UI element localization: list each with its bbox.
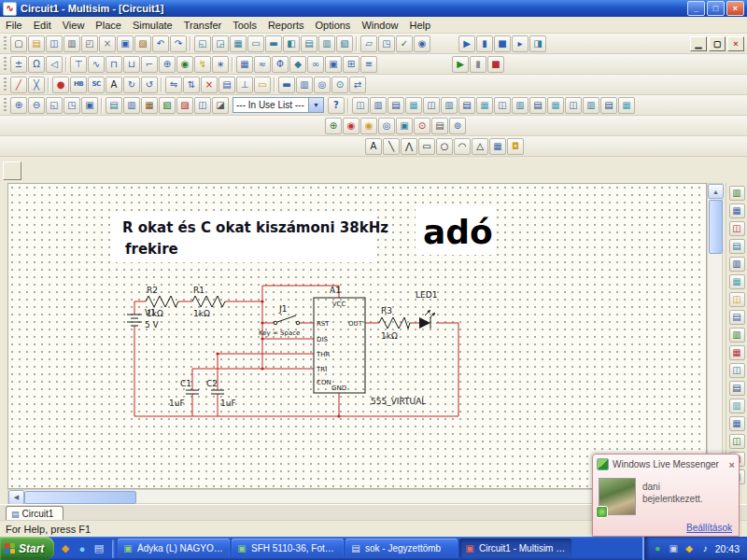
description-box-icon[interactable]: ▥ [296,77,313,93]
close-button[interactable]: × [726,1,744,16]
design-toolbox-icon[interactable]: ◧ [283,35,300,52]
quick-launch-icon-1[interactable]: ◆ [59,542,72,555]
taskbar-task-button[interactable]: ▣ Circuit1 - Multisim - [C... [459,539,571,558]
digital-probe-icon[interactable]: ▣ [396,118,413,134]
new-icon[interactable]: ▢ [10,35,27,52]
print-preview-icon[interactable]: ◰ [81,35,98,52]
menu-item[interactable]: Tools [227,19,262,32]
zoom-in-icon[interactable]: ⊕ [10,97,27,114]
run-icon[interactable]: ▶ [458,35,475,52]
place-rf-icon[interactable]: ≈ [254,56,271,73]
dock-function-generator-icon[interactable]: ▦ [729,203,745,218]
place-basic-icon[interactable]: Ω [28,56,45,73]
annotation-big-text[interactable]: adó [423,213,493,251]
probe-settings-icon[interactable]: ▤ [431,118,448,134]
erc-icon[interactable]: ✓ [396,35,413,52]
undo-icon[interactable]: ↶ [152,35,169,52]
menu-item[interactable]: Reports [262,19,310,32]
dock-distortion-analyzer-icon[interactable]: ▤ [729,381,745,396]
schematic-canvas[interactable]: R okat és C okat kiszámoni 38kHz frekire… [7,183,707,489]
component-wizard-icon[interactable]: ▧ [159,97,176,114]
breadboard-icon[interactable]: ▧ [336,35,353,52]
database-icon[interactable]: ▥ [318,35,335,52]
spectrum-analyzer-icon[interactable]: ◫ [565,97,582,114]
bus-icon[interactable]: ╳ [28,77,45,93]
mdi-close-button[interactable]: × [727,36,744,51]
show-ruler-icon[interactable]: ▬ [265,35,282,52]
function-generator-icon[interactable]: ▥ [370,97,387,114]
measurement-probe-icon[interactable]: ⊕ [325,118,342,134]
horizontal-scroll-thumb[interactable] [24,491,136,504]
component-a1-555-timer[interactable]: A1 VCC RST OUT DIS THR TRI CON GND 555_V… [314,286,426,406]
voltage-probe-icon[interactable]: ◉ [343,118,359,134]
place-misc-icon[interactable]: ∗ [212,56,229,73]
comment-icon[interactable]: ▭ [254,77,271,93]
tab-circuit1[interactable]: ▤ Circuit1 [6,506,63,521]
dock-bode-plotter-icon[interactable]: ▦ [729,274,745,289]
zoom-area-icon[interactable]: ◱ [46,97,63,114]
place-mcu-icon[interactable]: ▣ [325,56,342,73]
cut-icon[interactable]: × [99,35,116,52]
place-peripherals-icon[interactable]: ▦ [236,56,253,73]
annotation-text[interactable]: frekire [125,241,178,258]
dock-logic-converter-icon[interactable]: ▦ [729,345,745,360]
print-icon[interactable]: ▥ [63,35,80,52]
dock-multimeter-icon[interactable]: ▥ [729,186,745,201]
minimize-button[interactable]: _ [687,1,705,16]
dock-spectrum-analyzer-icon[interactable]: ▥ [729,399,745,413]
dock-wattmeter-icon[interactable]: ◫ [729,221,745,236]
place-ni-icon[interactable]: ◆ [289,56,306,73]
start-button[interactable]: Start [0,537,54,560]
tray-update-icon[interactable]: ◆ [684,542,696,554]
place-mixed-icon[interactable]: ⊕ [159,56,176,73]
place-hierarchical-icon[interactable]: ⊞ [343,56,359,73]
dock-logic-analyzer-icon[interactable]: ▥ [729,328,745,343]
zoom-fit-icon[interactable]: ◳ [63,97,80,114]
net-label-icon[interactable]: ⊥ [236,77,253,93]
agilent-instrument-icon[interactable]: ▤ [600,97,617,114]
vertical-scroll-thumb[interactable] [709,200,723,254]
component-r3[interactable]: R3 1kΩ [379,306,410,341]
differential-probe-icon[interactable]: ⊙ [414,118,430,134]
dock-four-channel-scope-icon[interactable]: ▥ [729,257,745,272]
taskbar-task-button[interactable]: ▤ sok - Jegyzettömb [345,539,458,558]
mdi-minimize-button[interactable]: ▁ [690,36,707,51]
subcircuit-icon[interactable]: SC [88,77,105,93]
place-misc-digital-icon[interactable]: ⌐ [141,56,158,73]
properties-icon[interactable]: ▤ [218,77,235,93]
maximize-button[interactable]: □ [707,1,725,16]
component-j1-switch[interactable]: J1 Key = Space [259,304,300,337]
show-grid-icon[interactable]: ▦ [230,35,247,52]
paste-icon[interactable]: ▨ [134,35,151,52]
graphic-ellipse-icon[interactable]: ○ [436,138,453,155]
place-source-icon[interactable]: ± [10,56,27,73]
tektronix-instrument-icon[interactable]: ▦ [618,97,635,114]
scroll-left-icon[interactable]: ◀ [8,490,24,505]
show-border-icon[interactable]: ▭ [247,35,264,52]
vertical-scrollbar[interactable]: ▲ ▼ [707,183,723,489]
word-generator-icon[interactable]: ▦ [476,97,493,114]
menu-item[interactable]: Transfer [178,19,228,32]
stop-simulation-icon[interactable]: ■ [487,56,504,73]
place-indicator-icon[interactable]: ◉ [176,56,193,73]
flip-vertical-icon[interactable]: ⇅ [183,77,200,93]
find-icon[interactable]: ◎ [314,77,331,93]
component-c2[interactable]: C2 1uF [206,379,236,408]
messenger-settings-link[interactable]: Beállítások [686,523,732,533]
hierarchical-block-icon[interactable]: HB [70,77,87,93]
scroll-up-icon[interactable]: ▲ [708,184,724,199]
four-channel-scope-icon[interactable]: ◫ [423,97,440,114]
power-probe-icon[interactable]: ◎ [378,118,395,134]
grapher-icon[interactable]: ▱ [360,35,377,52]
graphic-comment-icon[interactable]: ◘ [507,138,524,155]
annotation-text[interactable]: R okat és C okat kiszámoni 38kHz [122,219,388,236]
cross-probe-icon[interactable]: ⊙ [331,77,348,93]
spreadsheet-icon[interactable]: ▥ [123,97,140,114]
stop-icon[interactable]: ■ [494,35,511,52]
menu-item[interactable]: Place [90,19,127,32]
toolbox-handle-button[interactable] [3,161,21,180]
quick-launch-icon-2[interactable]: ● [76,542,89,555]
database-manager-icon[interactable]: ▦ [141,97,158,114]
place-connector-icon[interactable]: ∞ [307,56,324,73]
oscilloscope-icon[interactable]: ▦ [405,97,422,114]
